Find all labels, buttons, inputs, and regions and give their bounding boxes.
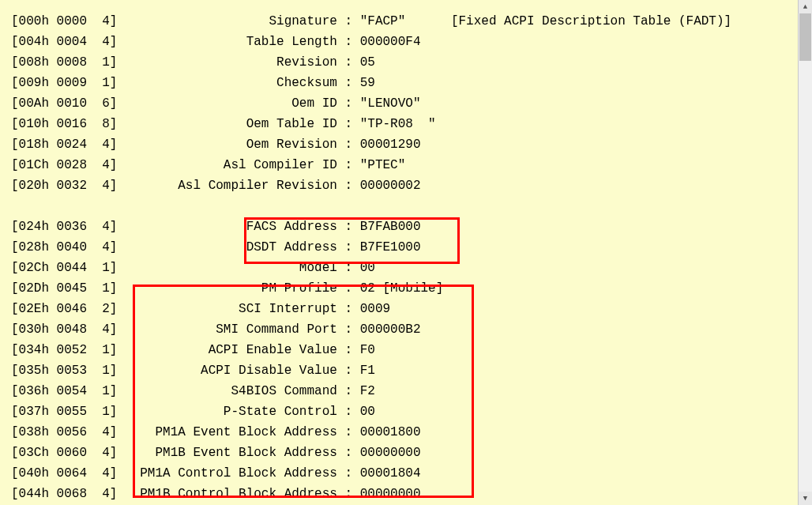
scroll-down-button[interactable]: ▼ (799, 492, 812, 505)
table-row: [038h 0056 4] PM1A Event Block Address :… (11, 422, 795, 443)
acpi-fadt-dump-text: [000h 0000 4] Signature : "FACP" [Fixed … (0, 0, 795, 505)
table-row: [009h 0009 1] Checksum : 59 (11, 73, 795, 93)
blank-row (11, 196, 795, 217)
table-row: [004h 0004 4] Table Length : 000000F4 (11, 32, 795, 52)
table-row: [037h 0055 1] P-State Control : 00 (11, 401, 795, 422)
table-row: [020h 0032 4] Asl Compiler Revision : 00… (11, 175, 795, 196)
table-row: [000h 0000 4] Signature : "FACP" [Fixed … (11, 11, 795, 32)
table-row: [040h 0064 4] PM1A Control Block Address… (11, 463, 795, 484)
table-row: [02Dh 0045 1] PM Profile : 02 [Mobile] (11, 278, 795, 299)
table-row: [008h 0008 1] Revision : 05 (11, 52, 795, 73)
table-row: [03Ch 0060 4] PM1B Event Block Address :… (11, 443, 795, 463)
scroll-up-button[interactable]: ▲ (799, 0, 812, 13)
table-row: [018h 0024 4] Oem Revision : 00001290 (11, 134, 795, 155)
table-row: [030h 0048 4] SMI Command Port : 000000B… (11, 319, 795, 340)
table-row: [00Ah 0010 6] Oem ID : "LENOVO" (11, 93, 795, 114)
table-row: [02Eh 0046 2] SCI Interrupt : 0009 (11, 299, 795, 319)
vertical-scrollbar[interactable]: ▲ ▼ (798, 0, 812, 505)
table-row: [024h 0036 4] FACS Address : B7FAB000 (11, 217, 795, 237)
table-row: [034h 0052 1] ACPI Enable Value : F0 (11, 340, 795, 360)
table-row: [01Ch 0028 4] Asl Compiler ID : "PTEC" (11, 155, 795, 175)
table-row: [010h 0016 8] Oem Table ID : "TP-R08 " (11, 114, 795, 134)
scrollbar-thumb[interactable] (799, 13, 811, 61)
table-row: [035h 0053 1] ACPI Disable Value : F1 (11, 360, 795, 381)
table-row: [044h 0068 4] PM1B Control Block Address… (11, 484, 795, 504)
table-row: [02Ch 0044 1] Model : 00 (11, 258, 795, 278)
table-row: [028h 0040 4] DSDT Address : B7FE1000 (11, 237, 795, 258)
table-row: [036h 0054 1] S4BIOS Command : F2 (11, 381, 795, 401)
